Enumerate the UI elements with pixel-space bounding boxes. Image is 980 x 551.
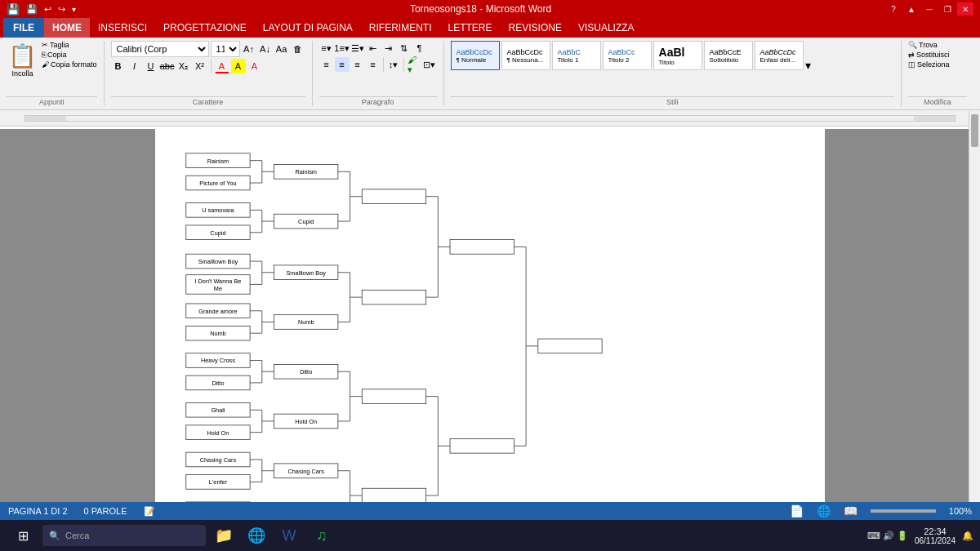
taskbar: ⊞ 🔍 Cerca 📁 🌐 W ♫ ⌨ 🔊 🔋 22:34 06/11/2024… [0, 520, 980, 551]
scrollbar-thumb[interactable] [971, 114, 978, 147]
style-normal[interactable]: AaBbCcDc ¶ Normale [451, 41, 500, 70]
styles-scroll[interactable]: ▾ [805, 41, 811, 90]
track-changes-icon: 📝 [144, 506, 155, 517]
svg-text:Rainism: Rainism [295, 168, 316, 176]
bracket-diagram: Rainism Picture of You U samovara Cupid … [180, 145, 800, 502]
underline-btn[interactable]: U [144, 59, 158, 73]
style-emphasis[interactable]: AaBbCcDc Enfasi deli... [755, 41, 804, 70]
undo-btn[interactable]: ↩ [44, 4, 51, 15]
svg-rect-109 [450, 240, 514, 255]
minimize-btn[interactable]: ─ [921, 2, 938, 16]
strikethrough-btn[interactable]: abc [160, 59, 175, 73]
svg-text:Numb: Numb [210, 330, 226, 337]
file-menu[interactable]: FILE [3, 18, 44, 38]
clock: 22:34 06/11/2024 [915, 527, 956, 545]
view-read-btn[interactable]: 📖 [844, 504, 858, 518]
justify-btn[interactable]: ≡ [366, 57, 381, 72]
style-title[interactable]: AaBl Titolo [653, 41, 702, 70]
font-color-btn[interactable]: A [215, 59, 229, 73]
svg-text:L'enfer: L'enfer [209, 478, 228, 486]
ruler [0, 110, 980, 127]
align-center-btn[interactable]: ≡ [335, 57, 350, 72]
start-button[interactable]: ⊞ [7, 520, 39, 551]
redo-btn[interactable]: ↪ [58, 4, 65, 15]
font-grow-btn[interactable]: A↑ [242, 42, 256, 56]
zoom-slider[interactable] [871, 509, 936, 513]
search-box[interactable]: 🔍 Cerca [42, 525, 206, 546]
notifications-btn[interactable]: 🔔 [962, 531, 973, 541]
word-icon: 💾 [7, 3, 20, 16]
font-size-select[interactable]: 11 [211, 41, 240, 57]
numbering-btn[interactable]: 1≡▾ [335, 41, 350, 56]
svg-rect-97 [362, 189, 425, 204]
edit-group: 🔍Trova ⇄Sostituisci ◫Seleziona Modifica [908, 41, 973, 106]
svg-rect-99 [362, 389, 425, 404]
subscript-btn[interactable]: X₂ [176, 59, 191, 73]
quick-save[interactable]: 💾 [26, 4, 38, 15]
increase-indent-btn[interactable]: ⇥ [381, 41, 396, 56]
svg-text:Numb: Numb [298, 318, 314, 326]
font-family-select[interactable]: Calibri (Corp [111, 41, 209, 57]
style-no-space[interactable]: AaBbCcDc ¶ Nessuna... [501, 41, 550, 70]
trova-btn[interactable]: 🔍Trova [908, 41, 950, 49]
layout-menu[interactable]: LAYOUT DI PAGINA [255, 18, 361, 38]
sep2 [383, 57, 384, 72]
close-btn[interactable]: ✕ [957, 2, 973, 16]
style-title1[interactable]: AaBbC Titolo 1 [552, 41, 601, 70]
progettazione-menu[interactable]: PROGETTAZIONE [155, 18, 255, 38]
svg-text:Smalltown Boy: Smalltown Boy [286, 269, 326, 277]
show-marks-btn[interactable]: ¶ [412, 41, 427, 56]
revisione-menu[interactable]: REVISIONE [501, 18, 570, 38]
copia-btn[interactable]: ⎘Copia [42, 51, 97, 59]
styles-group: AaBbCcDc ¶ Normale AaBbCcDc ¶ Nessuna...… [451, 41, 902, 106]
font-case-btn[interactable]: Aa [274, 42, 289, 56]
sort-btn[interactable]: ⇅ [397, 41, 412, 56]
style-title2[interactable]: AaBbCc Titolo 2 [603, 41, 652, 70]
vertical-scrollbar[interactable] [969, 111, 980, 502]
help-btn[interactable]: ? [885, 2, 902, 16]
multilevel-btn[interactable]: ☰▾ [350, 41, 365, 56]
line-spacing-btn[interactable]: ↕▾ [386, 57, 401, 72]
bullets-btn[interactable]: ≡▾ [319, 41, 334, 56]
italic-btn[interactable]: I [127, 59, 142, 73]
align-right-btn[interactable]: ≡ [350, 57, 365, 72]
view-web-btn[interactable]: 🌐 [817, 504, 831, 518]
borders-btn[interactable]: ⊡▾ [422, 57, 437, 72]
taskbar-spotify[interactable]: ♫ [307, 521, 336, 550]
shading-btn[interactable]: 🖌▾ [407, 57, 421, 72]
home-menu[interactable]: HOME [44, 18, 90, 38]
clipboard-group: 📋 Incolla ✂Taglia ⎘Copia 🖌Copia formato … [7, 41, 105, 106]
view-print-btn[interactable]: 📄 [790, 504, 804, 518]
ribbon: 📋 Incolla ✂Taglia ⎘Copia 🖌Copia formato … [0, 38, 980, 110]
svg-text:U samovara: U samovara [202, 207, 234, 214]
style-subtitle[interactable]: AaBbCcE Sottotitolo [704, 41, 753, 70]
taskbar-chrome[interactable]: 🌐 [242, 521, 271, 550]
svg-text:Chasing Cars: Chasing Cars [200, 456, 237, 464]
highlight-btn[interactable]: A [231, 59, 246, 73]
window-title: Torneosongs18 - Microsoft Word [76, 3, 885, 15]
ribbon-collapse-btn[interactable]: ▲ [903, 2, 920, 16]
inserisci-menu[interactable]: INSERISCI [90, 18, 155, 38]
seleziona-btn[interactable]: ◫Seleziona [908, 60, 950, 69]
paragraph-group: ≡▾ 1≡▾ ☰▾ ⇤ ⇥ ⇅ ¶ ≡ ≡ ≡ ≡ ↕▾ 🖌▾ ⊡▾ Parag… [319, 41, 444, 106]
taskbar-explorer[interactable]: 📁 [209, 521, 238, 550]
system-tray-icons: ⌨ 🔊 🔋 [867, 531, 908, 541]
incolla-btn[interactable]: 📋 Incolla [7, 41, 38, 79]
lettere-menu[interactable]: LETTERE [440, 18, 501, 38]
copia-formato-btn[interactable]: 🖌Copia formato [42, 60, 97, 69]
clear-format-btn[interactable]: 🗑 [291, 42, 305, 56]
font-shrink-btn[interactable]: A↓ [258, 42, 273, 56]
document-area: Rainism Picture of You U samovara Cupid … [0, 129, 980, 502]
sostituisci-btn[interactable]: ⇄Sostituisci [908, 51, 950, 59]
svg-text:Me: Me [214, 285, 222, 292]
bold-btn[interactable]: B [111, 59, 126, 73]
riferimenti-menu[interactable]: RIFERIMENTI [361, 18, 440, 38]
align-left-btn[interactable]: ≡ [319, 57, 334, 72]
superscript-btn[interactable]: X² [193, 59, 207, 73]
visualizza-menu[interactable]: VISUALIZZA [570, 18, 643, 38]
text-color-btn[interactable]: A [247, 59, 262, 73]
taskbar-word[interactable]: W [274, 521, 304, 550]
taglia-btn[interactable]: ✂Taglia [42, 41, 97, 49]
restore-btn[interactable]: ❐ [939, 2, 956, 16]
decrease-indent-btn[interactable]: ⇤ [366, 41, 381, 56]
